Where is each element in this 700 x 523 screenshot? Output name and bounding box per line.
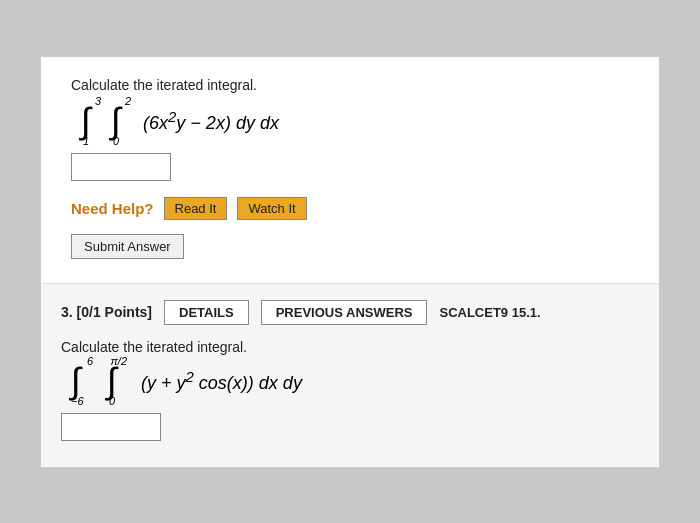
submit-answer-button[interactable]: Submit Answer <box>71 234 184 259</box>
outer-upper-limit: 3 <box>95 95 101 107</box>
read-it-button[interactable]: Read It <box>164 197 228 220</box>
problem1-section: Calculate the iterated integral. 3 ∫ 1 2… <box>41 57 659 284</box>
problem1-answer-input[interactable] <box>71 153 171 181</box>
outer-integral: 3 ∫ 1 <box>81 103 101 139</box>
inner-integral: 2 ∫ 0 <box>111 103 131 139</box>
problem2-inner-integral: π/2 ∫ 0 <box>107 363 127 399</box>
problem1-integrand: (6x2y − 2x) dy dx <box>143 108 279 134</box>
problem2-outer-integral: 6 ∫ −6 <box>71 363 91 399</box>
problem2-number-row: 3. [0/1 Points] DETAILS PREVIOUS ANSWERS… <box>61 300 629 325</box>
problem2-section: 3. [0/1 Points] DETAILS PREVIOUS ANSWERS… <box>41 284 659 467</box>
problem2-inner-upper: π/2 <box>110 355 127 367</box>
problem2-outer-upper: 6 <box>87 355 93 367</box>
previous-answers-button[interactable]: PREVIOUS ANSWERS <box>261 300 428 325</box>
problem2-integrand: (y + y2 cos(x)) dx dy <box>141 368 302 394</box>
problem1-integral: 3 ∫ 1 2 ∫ 0 (6x2y − 2x) dy dx <box>81 103 629 139</box>
inner-lower-limit: 0 <box>113 135 119 147</box>
need-help-label: Need Help? <box>71 200 154 217</box>
problem2-inner-lower: 0 <box>109 395 115 407</box>
problem2-inner-symbol: ∫ <box>107 363 117 399</box>
need-help-row: Need Help? Read It Watch It <box>71 197 629 220</box>
main-container: Calculate the iterated integral. 3 ∫ 1 2… <box>40 56 660 468</box>
problem2-number: 3. [0/1 Points] <box>61 304 152 320</box>
problem2-instruction: Calculate the iterated integral. <box>61 339 629 355</box>
inner-integral-symbol: ∫ <box>111 103 121 139</box>
problem2-answer-input[interactable] <box>61 413 161 441</box>
problem2-outer-symbol: ∫ <box>71 363 81 399</box>
scalcet-reference: SCALCET9 15.1. <box>439 305 540 320</box>
watch-it-button[interactable]: Watch It <box>237 197 306 220</box>
inner-upper-limit: 2 <box>125 95 131 107</box>
outer-lower-limit: 1 <box>83 135 89 147</box>
outer-integral-symbol: ∫ <box>81 103 91 139</box>
problem2-integral: 6 ∫ −6 π/2 ∫ 0 (y + y2 cos(x)) dx dy <box>71 363 629 399</box>
problem2-outer-lower: −6 <box>71 395 84 407</box>
problem1-instruction: Calculate the iterated integral. <box>71 77 629 93</box>
details-button[interactable]: DETAILS <box>164 300 249 325</box>
